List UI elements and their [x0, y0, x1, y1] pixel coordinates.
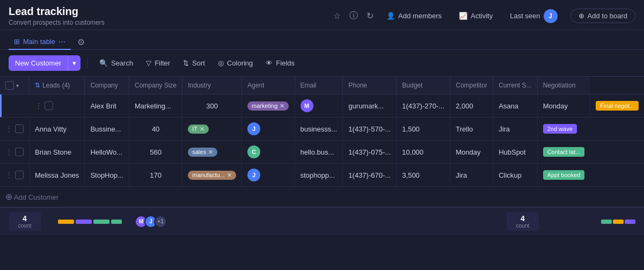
leads-table: ⇅ Leads (4) Company Company Size Industr… — [0, 77, 644, 207]
drag-handle[interactable]: ⋮ — [5, 148, 13, 156]
footer-right-count-box: 4 count — [507, 212, 539, 231]
cell-agent: J — [242, 118, 295, 141]
cell-name: Melissa Jones — [30, 164, 85, 187]
settings-gear-icon[interactable]: ⚙ — [77, 37, 85, 47]
industry-tag: marketing ✕ — [247, 101, 289, 111]
col-header-email: Email — [295, 77, 343, 94]
cell-email: hello.bus... — [295, 141, 343, 164]
sort-icon: ⇅ — [183, 59, 189, 67]
select-all-checkbox[interactable] — [5, 81, 14, 90]
agent-avatar: M — [301, 99, 313, 112]
app-title: Lead tracking — [9, 5, 105, 18]
new-customer-dropdown-arrow[interactable] — [68, 55, 80, 71]
row-select-cell[interactable]: ⋮ — [0, 118, 30, 141]
add-members-label: Add members — [398, 12, 442, 20]
fields-label: Fields — [276, 59, 295, 67]
tag-remove-icon[interactable]: ✕ — [208, 149, 213, 156]
add-to-board-label: Add to board — [588, 12, 627, 20]
row-select-cell[interactable]: ⋮ — [30, 94, 85, 118]
star-icon[interactable]: ☆ — [333, 11, 341, 21]
new-customer-button[interactable]: New Customer — [9, 55, 80, 71]
color-bar-1 — [58, 220, 74, 224]
refresh-icon[interactable]: ↻ — [367, 11, 374, 21]
tab-main-table-label: Main table — [23, 38, 55, 46]
filter-icon: ▽ — [146, 59, 151, 67]
drag-handle[interactable]: ⋮ — [5, 171, 13, 179]
add-customer-row[interactable]: ⊕ Add Customer — [0, 187, 644, 207]
col-header-negotiation: Negotiation — [537, 77, 590, 94]
col-header-phone: Phone — [343, 77, 397, 94]
cell-company-size: 40 — [129, 118, 182, 141]
cell-phone: 1(437)-670-... — [343, 164, 397, 187]
industry-tag: sales ✕ — [188, 148, 217, 157]
tab-more-icon[interactable] — [58, 38, 65, 46]
cell-name: Brian Stone — [30, 141, 85, 164]
header-actions: ☆ ⓘ ↻ 👤 Add members 📈 Activity Last seen… — [333, 7, 635, 25]
row-checkbox[interactable] — [15, 125, 24, 133]
row-checkbox[interactable] — [15, 148, 24, 156]
cell-agent: J — [242, 164, 295, 187]
col-header-agent: Agent — [242, 77, 295, 94]
fields-button[interactable]: 👁 Fields — [260, 56, 300, 70]
fields-icon: 👁 — [266, 59, 273, 67]
avatar: J — [544, 9, 558, 23]
activity-button[interactable]: 📈 Activity — [455, 10, 497, 22]
cell-competitor: Trello — [450, 118, 493, 141]
tab-main-table[interactable]: ⊞ Main table — [9, 34, 71, 50]
footer-count-label: count — [18, 223, 31, 229]
app-header: Lead tracking Convert prospects into cus… — [0, 0, 644, 30]
tab-bar: ⊞ Main table ⚙ — [0, 30, 644, 50]
filter-button[interactable]: ▽ Filter — [141, 56, 175, 70]
new-customer-label[interactable]: New Customer — [9, 55, 68, 71]
header-title-section: Lead tracking Convert prospects into cus… — [9, 5, 105, 26]
table-header-row: ⇅ Leads (4) Company Company Size Industr… — [0, 77, 644, 94]
coloring-button[interactable]: ◎ Coloring — [213, 56, 258, 70]
footer-left-count: 4 count — [9, 212, 41, 231]
footer-count-number: 4 — [23, 214, 27, 223]
cell-budget: 2,000 — [450, 94, 493, 118]
cell-company: Marketing... — [129, 94, 182, 118]
row-checkbox[interactable] — [15, 171, 24, 179]
add-customer-cell[interactable]: ⊕ Add Customer — [0, 187, 590, 207]
footer-status-bars — [601, 220, 635, 224]
agent-avatar: J — [247, 169, 260, 181]
cell-email: stophopp... — [295, 164, 343, 187]
sort-button[interactable]: ⇅ Sort — [178, 56, 210, 70]
last-seen-section: Last seen J — [506, 7, 561, 25]
row-select-cell[interactable]: ⋮ — [0, 164, 30, 187]
negotiation-badge: 2nd wave — [543, 124, 577, 134]
row-select-cell[interactable]: ⋮ — [0, 141, 30, 164]
col-header-budget: Budget — [397, 77, 450, 94]
drag-handle[interactable]: ⋮ — [5, 125, 13, 133]
add-members-button[interactable]: 👤 Add members — [382, 10, 446, 22]
drag-handle[interactable]: ⋮ — [35, 101, 42, 110]
activity-icon: 📈 — [459, 12, 467, 20]
coloring-label: Coloring — [227, 59, 253, 67]
tag-remove-icon[interactable]: ✕ — [227, 172, 232, 179]
cell-current-s: Monday — [537, 94, 590, 118]
col-header-company-size: Company Size — [129, 77, 182, 94]
cell-agent: C — [242, 141, 295, 164]
select-all-header[interactable] — [0, 77, 30, 94]
header-chevron-icon[interactable] — [16, 83, 19, 89]
cell-negotiation: Appt booked — [537, 164, 590, 187]
tag-remove-icon[interactable]: ✕ — [200, 126, 204, 133]
last-seen-label: Last seen — [510, 12, 540, 20]
add-to-board-button[interactable]: ⊕ Add to board — [570, 9, 635, 23]
cell-company-size: 300 — [182, 94, 242, 118]
table-icon: ⊞ — [14, 38, 20, 46]
search-button[interactable]: 🔍 Search — [94, 56, 138, 70]
color-bar-4 — [111, 220, 122, 224]
add-members-icon: 👤 — [386, 12, 395, 20]
cell-negotiation: 2nd wave — [537, 118, 590, 141]
sort-leads-icon: ⇅ — [35, 82, 40, 89]
cell-competitor: Jira — [450, 164, 493, 187]
footer-avatar-plus: +1 — [154, 215, 167, 228]
cell-company-size: 560 — [129, 141, 182, 164]
table-body: ⋮ Alex Brit Marketing... 300 marketing ✕… — [0, 94, 644, 207]
tag-remove-icon[interactable]: ✕ — [280, 103, 284, 110]
info-icon[interactable]: ⓘ — [349, 10, 358, 21]
row-checkbox[interactable] — [45, 101, 53, 110]
toolbar: New Customer 🔍 Search ▽ Filter ⇅ Sort ◎ … — [0, 50, 644, 77]
add-customer-label: Add Customer — [14, 193, 58, 201]
